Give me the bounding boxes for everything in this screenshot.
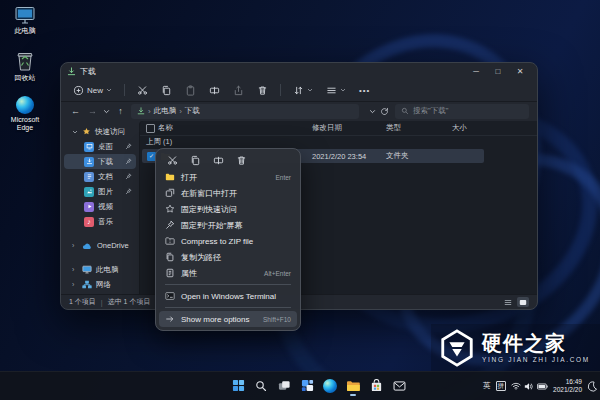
copy-button[interactable]: [157, 83, 176, 98]
desktop-folder-icon: [84, 142, 94, 152]
search-icon: [401, 107, 409, 115]
sidebar-item-this-pc[interactable]: › 此电脑: [64, 262, 136, 277]
column-size[interactable]: 大小: [452, 121, 467, 135]
view-button[interactable]: [322, 83, 350, 98]
share-button[interactable]: [229, 83, 248, 98]
menu-item-open-terminal[interactable]: Open in Windows Terminal: [159, 288, 297, 304]
delete-button[interactable]: [253, 83, 272, 98]
back-icon[interactable]: ←: [69, 106, 82, 116]
menu-item-compress-zip[interactable]: Compress to ZIP file: [159, 233, 297, 249]
ime-mode-indicator[interactable]: 英: [483, 381, 491, 391]
menu-item-pin-quick-access[interactable]: 固定到快速访问: [159, 201, 297, 217]
search-input[interactable]: 搜索"下载": [395, 104, 529, 119]
history-chevron-icon[interactable]: [103, 108, 110, 115]
chevron-right-icon[interactable]: ›: [72, 242, 78, 249]
more-options-button[interactable]: •••: [355, 84, 374, 97]
address-dropdown-icon[interactable]: [369, 108, 376, 115]
sidebar-item-documents[interactable]: 文档: [64, 169, 136, 184]
search-button[interactable]: [251, 375, 271, 396]
selected-count: 选中 1 个项目: [108, 297, 151, 307]
sidebar-item-desktop[interactable]: 桌面: [64, 139, 136, 154]
task-view-button[interactable]: [274, 375, 294, 396]
breadcrumb-downloads[interactable]: 下载: [185, 106, 200, 116]
widgets-button[interactable]: [297, 375, 317, 396]
focus-assist-moon-icon[interactable]: [587, 381, 597, 392]
new-button[interactable]: New: [69, 83, 116, 98]
cut-button[interactable]: [163, 153, 182, 168]
search-placeholder: 搜索"下载": [413, 106, 448, 116]
forward-icon[interactable]: →: [86, 106, 99, 116]
sidebar-item-videos[interactable]: 视频: [64, 199, 136, 214]
tray-status-icons[interactable]: [511, 382, 548, 391]
column-date-modified[interactable]: 修改日期: [312, 121, 342, 135]
downloads-icon: [137, 107, 145, 115]
start-button[interactable]: [228, 375, 248, 396]
menu-item-label: Compress to ZIP file: [181, 237, 253, 246]
menu-item-open-new-window[interactable]: 在新窗口中打开: [159, 185, 297, 201]
group-header[interactable]: 上周 (1): [146, 137, 172, 147]
new-button-label: New: [87, 86, 103, 95]
desktop: 此电脑 回收站 Microsoft Edge 下载 ─ □ ✕: [0, 0, 600, 400]
videos-folder-icon: [84, 202, 94, 212]
zip-folder-icon: [165, 237, 175, 245]
desktop-icon-edge[interactable]: Microsoft Edge: [6, 96, 44, 132]
star-icon: [82, 127, 91, 136]
menu-item-show-more-options[interactable]: Show more options Shift+F10: [159, 311, 297, 327]
desktop-icon-label: 回收站: [15, 74, 36, 82]
menu-item-properties[interactable]: 属性 Alt+Enter: [159, 265, 297, 281]
menu-separator: [165, 307, 291, 308]
sidebar-quick-access[interactable]: 快速访问: [64, 124, 136, 139]
rename-button[interactable]: [209, 153, 228, 168]
sidebar-item-onedrive[interactable]: › OneDrive: [64, 238, 136, 253]
select-all-checkbox[interactable]: [146, 121, 155, 135]
sidebar-item-music[interactable]: ♪ 音乐: [64, 214, 136, 229]
chevron-right-icon[interactable]: ›: [72, 266, 78, 273]
copy-button[interactable]: [186, 153, 205, 168]
sidebar-label: 视频: [98, 202, 113, 212]
sidebar-item-pictures[interactable]: 图片: [64, 184, 136, 199]
title-bar[interactable]: 下载 ─ □ ✕: [61, 63, 537, 79]
edge-button[interactable]: [320, 375, 340, 396]
sidebar-label: 快速访问: [95, 127, 125, 137]
chevron-down-icon[interactable]: [72, 129, 78, 135]
file-explorer-button[interactable]: [343, 375, 363, 396]
menu-item-pin-to-start[interactable]: 固定到“开始”屏幕: [159, 217, 297, 233]
minimize-button[interactable]: ─: [465, 63, 487, 79]
command-bar: New •••: [61, 79, 537, 102]
column-type[interactable]: 类型: [386, 121, 401, 135]
desktop-icon-recycle-bin[interactable]: 回收站: [6, 50, 44, 82]
breadcrumb-this-pc[interactable]: 此电脑: [154, 106, 177, 116]
refresh-icon[interactable]: [380, 107, 389, 116]
chevron-right-icon[interactable]: ›: [72, 281, 78, 288]
breadcrumb-separator: ›: [179, 107, 182, 116]
mail-button[interactable]: [389, 375, 409, 396]
menu-shortcut: Alt+Enter: [264, 270, 291, 277]
ime-pinyin-icon[interactable]: 拼: [496, 381, 507, 391]
sort-button[interactable]: [289, 83, 317, 98]
plus-circle-icon: [73, 85, 84, 96]
sidebar-label: 文档: [98, 172, 113, 182]
paste-button[interactable]: [181, 83, 200, 98]
sidebar-item-network[interactable]: › 网络: [64, 277, 136, 292]
watermark-logo-icon: [439, 329, 475, 367]
desktop-icon-label: Microsoft Edge: [6, 116, 44, 132]
edge-icon: [16, 96, 34, 114]
large-icons-view-button[interactable]: [517, 297, 529, 307]
battery-icon: [537, 383, 548, 390]
breadcrumb[interactable]: › 此电脑 › 下载: [131, 104, 359, 119]
close-button[interactable]: ✕: [509, 63, 531, 79]
microsoft-store-button[interactable]: [366, 375, 386, 396]
cut-button[interactable]: [133, 83, 152, 98]
rename-button[interactable]: [205, 83, 224, 98]
sidebar-item-downloads[interactable]: 下载: [64, 154, 136, 169]
up-icon[interactable]: ↑: [114, 106, 127, 116]
menu-item-copy-as-path[interactable]: 复制为路径: [159, 249, 297, 265]
column-name[interactable]: 名称: [158, 121, 173, 135]
delete-button[interactable]: [232, 153, 251, 168]
details-view-button[interactable]: [502, 297, 514, 307]
maximize-button[interactable]: □: [487, 63, 509, 79]
this-pc-icon: [82, 265, 92, 274]
desktop-icon-this-pc[interactable]: 此电脑: [6, 6, 44, 35]
clock[interactable]: 16:49 2021/2/20: [553, 378, 582, 394]
menu-item-open[interactable]: 打开 Enter: [159, 169, 297, 185]
